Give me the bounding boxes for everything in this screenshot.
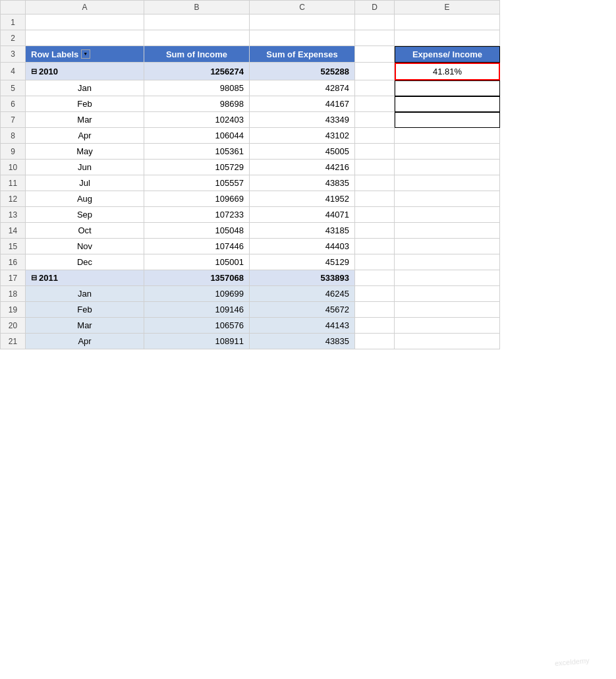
cell-d5[interactable] xyxy=(355,80,395,96)
cell-e20[interactable] xyxy=(395,318,500,334)
cell-d3[interactable] xyxy=(355,46,395,63)
cell-c21: 43835 xyxy=(250,334,355,349)
cell-a7[interactable]: Mar xyxy=(26,112,144,128)
cell-c11: 43835 xyxy=(250,175,355,191)
cell-e21[interactable] xyxy=(395,334,500,349)
cell-b15: 107446 xyxy=(144,239,250,254)
row-num-6: 6 xyxy=(1,96,26,112)
cell-a14[interactable]: Oct xyxy=(26,223,144,239)
cell-a19[interactable]: Feb xyxy=(26,302,144,318)
spreadsheet: A B C D E 1 2 3 Row Labels Sum of Income… xyxy=(0,0,616,679)
cell-d7[interactable] xyxy=(355,112,395,128)
cell-a13[interactable]: Sep xyxy=(26,207,144,223)
cell-a6[interactable]: Feb xyxy=(26,96,144,112)
expense-income-header: Expense/ Income xyxy=(395,46,500,63)
cell-d9[interactable] xyxy=(355,144,395,160)
cell-a15[interactable]: Nov xyxy=(26,239,144,254)
cell-b18: 109699 xyxy=(144,286,250,302)
cell-d11[interactable] xyxy=(355,175,395,191)
cell-e17[interactable] xyxy=(395,270,500,286)
cell-c18: 46245 xyxy=(250,286,355,302)
cell-c9: 45005 xyxy=(250,144,355,160)
cell-b20: 106576 xyxy=(144,318,250,334)
cell-a16[interactable]: Dec xyxy=(26,254,144,270)
cell-d10[interactable] xyxy=(355,160,395,175)
cell-c7: 43349 xyxy=(250,112,355,128)
cell-a21[interactable]: Apr xyxy=(26,334,144,349)
cell-b14: 105048 xyxy=(144,223,250,239)
cell-e7[interactable] xyxy=(395,112,500,128)
cell-e12[interactable] xyxy=(395,191,500,207)
cell-e6[interactable] xyxy=(395,96,500,112)
cell-e13[interactable] xyxy=(395,207,500,223)
row-num-9: 9 xyxy=(1,144,26,160)
cell-a1[interactable] xyxy=(26,15,144,30)
cell-d21[interactable] xyxy=(355,334,395,349)
cell-c6: 44167 xyxy=(250,96,355,112)
cell-d15[interactable] xyxy=(355,239,395,254)
cell-c12: 41952 xyxy=(250,191,355,207)
cell-e19[interactable] xyxy=(395,302,500,318)
cell-b4-income: 1256274 xyxy=(144,63,250,80)
cell-a9[interactable]: May xyxy=(26,144,144,160)
cell-d20[interactable] xyxy=(355,318,395,334)
cell-b9: 105361 xyxy=(144,144,250,160)
cell-e2[interactable] xyxy=(395,30,500,46)
cell-c19: 45672 xyxy=(250,302,355,318)
row-num-13: 13 xyxy=(1,207,26,223)
cell-e1[interactable] xyxy=(395,15,500,30)
cell-c2[interactable] xyxy=(250,30,355,46)
col-e-header: E xyxy=(395,0,500,15)
cell-e14[interactable] xyxy=(395,223,500,239)
cell-d13[interactable] xyxy=(355,207,395,223)
cell-e18[interactable] xyxy=(395,286,500,302)
cell-a20[interactable]: Mar xyxy=(26,318,144,334)
collapse-2010-icon[interactable]: ⊟ xyxy=(31,67,37,76)
cell-e15[interactable] xyxy=(395,239,500,254)
cell-d14[interactable] xyxy=(355,223,395,239)
cell-e8[interactable] xyxy=(395,128,500,144)
cell-d6[interactable] xyxy=(355,96,395,112)
row-num-17: 17 xyxy=(1,270,26,286)
expense-income-value[interactable]: 41.81% xyxy=(395,63,500,80)
cell-a10[interactable]: Jun xyxy=(26,160,144,175)
cell-d8[interactable] xyxy=(355,128,395,144)
cell-a18[interactable]: Jan xyxy=(26,286,144,302)
cell-a4-year[interactable]: ⊟ 2010 xyxy=(26,63,144,80)
cell-d19[interactable] xyxy=(355,302,395,318)
collapse-2011-icon[interactable]: ⊟ xyxy=(31,274,37,282)
cell-e10[interactable] xyxy=(395,160,500,175)
pivot-sum-expenses-header: Sum of Expenses xyxy=(250,46,355,63)
cell-a5[interactable]: Jan xyxy=(26,80,144,96)
cell-d17[interactable] xyxy=(355,270,395,286)
grid: A B C D E 1 2 3 Row Labels Sum of Income… xyxy=(0,0,616,349)
cell-c1[interactable] xyxy=(250,15,355,30)
cell-d2[interactable] xyxy=(355,30,395,46)
dropdown-icon[interactable] xyxy=(81,49,90,59)
cell-a8[interactable]: Apr xyxy=(26,128,144,144)
cell-e9[interactable] xyxy=(395,144,500,160)
cell-e11[interactable] xyxy=(395,175,500,191)
col-c-header: C xyxy=(250,0,355,15)
cell-d18[interactable] xyxy=(355,286,395,302)
cell-b10: 105729 xyxy=(144,160,250,175)
pivot-row-labels-header[interactable]: Row Labels xyxy=(26,46,144,63)
row-num-16: 16 xyxy=(1,254,26,270)
cell-b8: 106044 xyxy=(144,128,250,144)
cell-e5[interactable] xyxy=(395,80,500,96)
cell-d16[interactable] xyxy=(355,254,395,270)
cell-c14: 43185 xyxy=(250,223,355,239)
cell-a11[interactable]: Jul xyxy=(26,175,144,191)
cell-e16[interactable] xyxy=(395,254,500,270)
cell-d4[interactable] xyxy=(355,63,395,80)
cell-d1[interactable] xyxy=(355,15,395,30)
cell-d12[interactable] xyxy=(355,191,395,207)
cell-c10: 44216 xyxy=(250,160,355,175)
cell-a12[interactable]: Aug xyxy=(26,191,144,207)
cell-b2[interactable] xyxy=(144,30,250,46)
cell-a2[interactable] xyxy=(26,30,144,46)
cell-b7: 102403 xyxy=(144,112,250,128)
row-num-19: 19 xyxy=(1,302,26,318)
cell-b1[interactable] xyxy=(144,15,250,30)
cell-a17-year[interactable]: ⊟ 2011 xyxy=(26,270,144,286)
